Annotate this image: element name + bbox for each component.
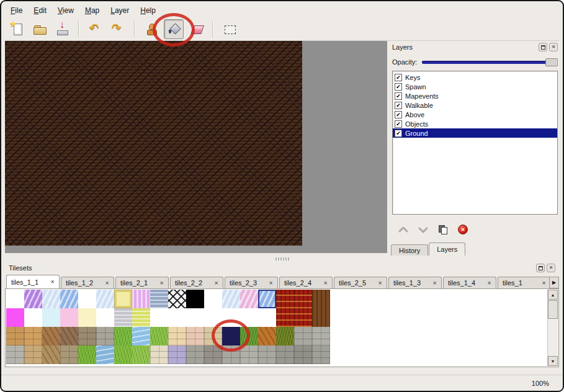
tileset-tab-tiles_2_2[interactable]: tiles_2_2✕ xyxy=(170,277,223,288)
tileset-tile-r3c4[interactable] xyxy=(60,327,78,345)
menu-item-layer[interactable]: Layer xyxy=(105,4,135,17)
tileset-tile-r3c2[interactable] xyxy=(24,327,42,345)
tileset-tile-r1c8[interactable] xyxy=(132,290,150,308)
tileset-tile-r1c14[interactable] xyxy=(240,290,258,308)
dock-splitter[interactable] xyxy=(5,256,559,262)
layer-visible-checkbox[interactable]: ✔ xyxy=(395,74,402,81)
tileset-tile-r2c9[interactable] xyxy=(150,308,168,327)
tileset-tile-r1c5[interactable] xyxy=(78,290,96,308)
scroll-down-button[interactable]: ▼ xyxy=(548,356,558,366)
tileset-scrollbar[interactable]: ▲ ▼ xyxy=(547,290,558,366)
tileset-tile-r1c1[interactable] xyxy=(6,290,24,308)
tileset-tile-r1c13[interactable] xyxy=(222,290,240,308)
tileset-tile-r3c12[interactable] xyxy=(204,327,222,345)
tileset-tile-r4c1[interactable] xyxy=(6,345,24,364)
tileset-tile-r4c7[interactable] xyxy=(114,345,132,364)
tab-scroll-right-button[interactable]: ▶ xyxy=(549,277,559,288)
tileset-tile-r4c13[interactable] xyxy=(222,345,240,364)
tileset-tab-tiles_1_3[interactable]: tiles_1_3✕ xyxy=(388,277,442,288)
tileset-tile-r3c1[interactable] xyxy=(6,327,24,345)
layer-visible-checkbox[interactable]: ✔ xyxy=(395,120,402,128)
tileset-tile-r4c11[interactable] xyxy=(186,345,204,364)
close-tab-icon[interactable]: ✕ xyxy=(323,280,328,286)
layer-visible-checkbox[interactable]: ✔ xyxy=(395,102,402,109)
tileset-tile-r3c11[interactable] xyxy=(186,327,204,345)
tileset-tile-r1c9[interactable] xyxy=(150,290,168,308)
eraser-button[interactable] xyxy=(186,19,206,39)
tileset-tile-r2c4[interactable] xyxy=(60,308,78,327)
tileset-tile-r1c11[interactable] xyxy=(186,290,204,308)
stamp-brush-button[interactable] xyxy=(141,19,161,39)
tileset-tile-r3c14[interactable] xyxy=(240,327,258,345)
scrollbar-thumb[interactable] xyxy=(548,300,558,319)
tileset-tile-r4c3[interactable] xyxy=(42,345,60,364)
tileset-tile-r3c13[interactable] xyxy=(222,327,240,345)
tileset-tile-r4c2[interactable] xyxy=(24,345,42,364)
scroll-up-button[interactable]: ▲ xyxy=(548,290,558,300)
close-tab-icon[interactable]: ✕ xyxy=(269,280,273,286)
tileset-tile-r4c15[interactable] xyxy=(258,345,276,364)
duplicate-layer-button[interactable] xyxy=(437,223,449,236)
tileset-tile-r3c15[interactable] xyxy=(258,327,276,345)
tileset-tile-r3c3[interactable] xyxy=(42,327,60,345)
tileset-tile-r3c7[interactable] xyxy=(114,327,132,345)
tileset-tab-tiles_1_2[interactable]: tiles_1_2✕ xyxy=(61,277,114,288)
opacity-slider[interactable] xyxy=(422,57,558,67)
tileset-tile-r1c18[interactable] xyxy=(312,290,330,308)
delete-layer-button[interactable]: ✕ xyxy=(457,223,469,236)
float-panel-button[interactable] xyxy=(536,264,545,272)
tileset-tile-r2c16[interactable] xyxy=(276,308,294,327)
tileset-tab-tiles_2_1[interactable]: tiles_2_1✕ xyxy=(115,277,169,288)
layer-row-ground[interactable]: ✔Ground xyxy=(393,128,557,138)
close-panel-button[interactable]: ✕ xyxy=(547,264,555,272)
map-canvas[interactable] xyxy=(5,41,302,246)
close-tab-icon[interactable]: ✕ xyxy=(105,280,109,286)
redo-button[interactable] xyxy=(108,19,128,39)
close-tab-icon[interactable]: ✕ xyxy=(487,280,491,286)
tileset-tile-r4c14[interactable] xyxy=(240,345,258,364)
layer-visible-checkbox[interactable]: ✔ xyxy=(395,92,402,100)
tileset-tile-r4c16[interactable] xyxy=(276,345,294,364)
tileset-tile-r2c18[interactable] xyxy=(312,308,330,327)
tileset-tile-r3c5[interactable] xyxy=(78,327,96,345)
new-map-button[interactable] xyxy=(7,19,27,39)
layer-row-objects[interactable]: ✔Objects xyxy=(393,119,557,128)
tileset-tile-r2c2[interactable] xyxy=(24,308,42,327)
dock-tab-layers[interactable]: Layers xyxy=(429,243,465,256)
tileset-tile-r2c17[interactable] xyxy=(294,308,312,327)
tileset-tile-r1c7[interactable] xyxy=(114,290,132,308)
tileset-tile-r2c3[interactable] xyxy=(42,308,60,327)
raise-layer-button[interactable] xyxy=(397,223,410,236)
tileset-tile-r4c8[interactable] xyxy=(132,345,150,364)
close-tab-icon[interactable]: ✕ xyxy=(214,280,218,286)
tileset-tab-tiles_1_4[interactable]: tiles_1_4✕ xyxy=(443,277,496,288)
undo-button[interactable] xyxy=(86,19,105,39)
tileset-tile-r1c2[interactable] xyxy=(24,290,42,308)
tileset-tile-r1c15[interactable] xyxy=(258,290,276,308)
tileset-tile-r2c1[interactable] xyxy=(6,308,24,327)
close-tab-icon[interactable]: ✕ xyxy=(542,280,546,286)
layer-row-spawn[interactable]: ✔Spawn xyxy=(393,82,557,91)
layer-row-keys[interactable]: ✔Keys xyxy=(393,73,557,82)
tileset-tile-r2c6[interactable] xyxy=(96,308,114,327)
tileset-tile-r3c10[interactable] xyxy=(168,327,186,345)
dock-tab-history[interactable]: History xyxy=(391,244,428,256)
tileset-tile-r1c6[interactable] xyxy=(96,290,114,308)
bucket-fill-button[interactable] xyxy=(164,19,184,39)
menu-item-file[interactable]: File xyxy=(5,4,28,17)
layer-row-above[interactable]: ✔Above xyxy=(393,110,557,119)
tileset-tile-r2c8[interactable] xyxy=(132,308,150,327)
tileset-tab-tiles_2_4[interactable]: tiles_2_4✕ xyxy=(279,277,333,288)
tileset-tile-r3c9[interactable] xyxy=(150,327,168,345)
save-map-button[interactable] xyxy=(52,19,72,39)
tileset-tab-tiles_1_1[interactable]: tiles_1_1✕ xyxy=(6,275,60,288)
tileset-tile-r1c4[interactable] xyxy=(60,290,78,308)
tileset-tile-r3c18[interactable] xyxy=(312,327,330,345)
tileset-tile-r3c16[interactable] xyxy=(276,327,294,345)
layer-row-walkable[interactable]: ✔Walkable xyxy=(393,100,557,110)
tileset-tile-r4c5[interactable] xyxy=(78,345,96,364)
tileset-tile-r2c5[interactable] xyxy=(78,308,96,327)
tileset-tile-r3c6[interactable] xyxy=(96,327,114,345)
tileset-tile-r2c7[interactable] xyxy=(114,308,132,327)
tileset-tile-r4c17[interactable] xyxy=(294,345,312,364)
